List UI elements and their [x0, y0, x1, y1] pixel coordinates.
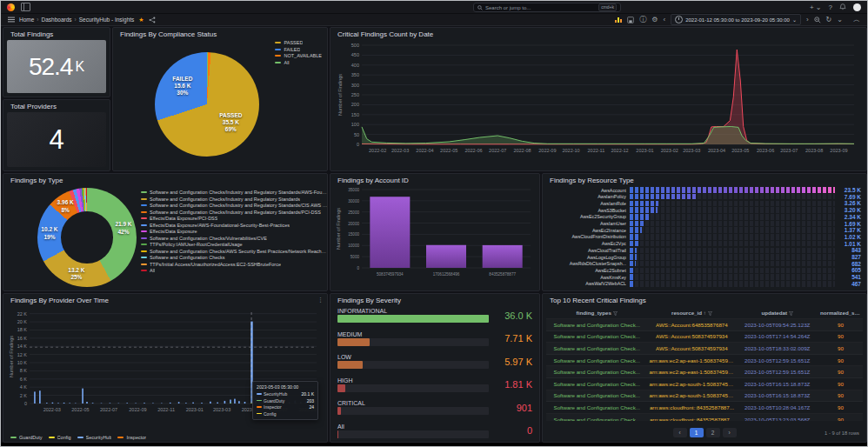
- resource-row: AwsRdsDbClusterSnapsh...682: [548, 261, 861, 267]
- collapse-topbar-icon[interactable]: ︿: [853, 16, 860, 23]
- panel-title[interactable]: Findings By Severity: [331, 294, 539, 305]
- page-prev-button[interactable]: ‹: [673, 428, 687, 437]
- svg-text:2022-12: 2022-12: [611, 148, 628, 153]
- legend-swatch: [141, 250, 147, 252]
- svg-text:2022-11: 2022-11: [157, 407, 175, 412]
- time-range-text: 2022-01-12 05:30:00 to 2023-09-20 05:30:…: [685, 17, 790, 23]
- legend-item[interactable]: PASSED: [275, 40, 322, 45]
- page-button-1[interactable]: 1: [690, 428, 704, 437]
- tooltip-series-value: 24: [309, 404, 314, 410]
- table-cell: Software and Configuration Check...: [546, 333, 647, 339]
- svg-text:16 K: 16 K: [17, 336, 28, 341]
- tooltip-swatch: [257, 393, 262, 395]
- page-next-button[interactable]: ›: [723, 428, 737, 437]
- resource-row: AwsWafV2WebACL467: [548, 281, 861, 287]
- table-cell: arn:aws:cloudfront::84352587887...: [647, 417, 736, 421]
- table-header-finding_types[interactable]: finding_types: [546, 310, 647, 316]
- panel-total-providers: Total Providers 4: [3, 99, 110, 171]
- legend-item[interactable]: Software and Configuration Checks/Indust…: [141, 190, 328, 195]
- svg-text:100: 100: [351, 122, 359, 127]
- provider-bar: [185, 403, 187, 404]
- legend-item[interactable]: TTPs/Initial Access/UnauthorizedAccess:E…: [141, 262, 328, 267]
- svg-text:Number of Findings: Number of Findings: [336, 208, 341, 250]
- legend-item[interactable]: Config: [49, 435, 71, 440]
- panel-findings-by-resource: Findings by Resource Type AwsAccount23.5…: [542, 173, 867, 291]
- svg-text:50: 50: [354, 132, 359, 137]
- refresh-interval-icon[interactable]: ⌄: [837, 16, 843, 23]
- svg-text:4 K: 4 K: [20, 384, 28, 390]
- filter-icon[interactable]: [708, 311, 712, 316]
- help-icon[interactable]: ?: [829, 3, 832, 11]
- save-icon[interactable]: [627, 17, 634, 23]
- panel-menu-icon[interactable]: ⋮: [317, 297, 324, 303]
- legend-item[interactable]: All: [141, 268, 328, 273]
- legend-item[interactable]: Software and Configuration Checks/Indust…: [141, 210, 328, 215]
- dock-icon[interactable]: [21, 3, 30, 11]
- breadcrumb-item[interactable]: Dashboards: [42, 17, 72, 23]
- breadcrumb-item[interactable]: Home: [19, 17, 34, 23]
- insights-icon[interactable]: [615, 17, 622, 23]
- info-circle-icon[interactable]: ⓘ: [639, 16, 646, 23]
- legend-item[interactable]: Inspector: [117, 435, 146, 440]
- legend-item[interactable]: Software and Configuration Checks/Vulner…: [141, 236, 328, 241]
- resource-value: 2.34 K: [838, 214, 861, 220]
- bell-icon[interactable]: [839, 3, 846, 10]
- filter-icon[interactable]: [789, 311, 793, 316]
- legend-item[interactable]: All: [275, 60, 322, 65]
- resource-fill: [630, 201, 658, 207]
- slice-label: 21.9 K42%: [115, 221, 131, 236]
- severity-fill: [337, 315, 489, 323]
- legend-item[interactable]: NOT_AVAILABLE: [275, 53, 322, 58]
- time-back-icon[interactable]: ‹: [663, 16, 665, 23]
- legend-item[interactable]: TTPs/Policy:IAMUser-RootCredentialUsage: [141, 242, 328, 247]
- legend-item[interactable]: FAILED: [275, 47, 322, 52]
- time-forward-icon[interactable]: ›: [806, 16, 809, 23]
- legend-item[interactable]: Effects/Data Exposure/PCI-DSS: [141, 216, 328, 221]
- severity-track: [337, 338, 489, 346]
- favorite-star-icon[interactable]: ★: [138, 17, 144, 23]
- legend-item[interactable]: Effects/Data Exposure/AWS-Foundational-S…: [141, 223, 328, 228]
- table-header-resource_id[interactable]: resource_id ↑: [647, 310, 736, 316]
- zoom-out-icon[interactable]: [814, 17, 821, 23]
- panel-title[interactable]: Total Providers: [3, 100, 110, 111]
- time-range-picker[interactable]: 2022-01-12 05:30:00 to 2023-09-20 05:30:…: [671, 14, 801, 25]
- legend-item[interactable]: GuardDuty: [10, 435, 43, 440]
- settings-gear-icon[interactable]: ⚙: [651, 16, 658, 23]
- share-icon[interactable]: [149, 17, 156, 23]
- resource-fill: [630, 254, 637, 260]
- clock-icon: [675, 16, 683, 23]
- panel-title[interactable]: Top 10 Recent Critical Findings: [543, 294, 866, 305]
- table-cell: 2023-10-05T12:59:15.651Z: [736, 357, 818, 364]
- page-button-2[interactable]: 2: [706, 428, 720, 437]
- add-icon[interactable]: + ⌄: [810, 3, 822, 11]
- svg-text:10 K: 10 K: [17, 360, 28, 365]
- grafana-logo-icon[interactable]: [7, 3, 15, 11]
- provider-bar: [170, 403, 171, 404]
- panel-title[interactable]: Findings by Resource Type: [543, 174, 866, 185]
- refresh-icon[interactable]: ↻: [826, 16, 832, 23]
- legend-item[interactable]: Software and Configuration Checks: [141, 255, 328, 260]
- legend-item[interactable]: Software and Configuration Checks/Indust…: [141, 203, 328, 208]
- search-input[interactable]: Search or jump to... cmd+k: [473, 3, 621, 12]
- breadcrumb-item[interactable]: SecurityHub - Insights: [79, 17, 135, 23]
- panel-title[interactable]: Findings by Account ID: [331, 174, 539, 185]
- legend-item[interactable]: Software and Configuration Checks/Indust…: [141, 197, 328, 202]
- panel-title[interactable]: Critical Findings Count by Date: [331, 28, 866, 39]
- filter-icon[interactable]: [613, 311, 618, 316]
- account-bar: [483, 245, 523, 268]
- legend-item[interactable]: Software and Configuration Checks/AWS Se…: [141, 249, 328, 254]
- legend-swatch: [141, 224, 147, 226]
- table-header-updatedat[interactable]: updatedat: [736, 310, 818, 316]
- panel-title[interactable]: Findings By Provider Over Time: [3, 294, 327, 305]
- legend-item[interactable]: SecurityHub: [77, 435, 112, 440]
- slice-label: 10.2 K19%: [41, 226, 57, 241]
- legend-label: All: [150, 268, 155, 273]
- legend-item[interactable]: Effects/Data Exposure: [141, 229, 328, 234]
- severity-label: All: [337, 424, 489, 430]
- menu-icon[interactable]: [8, 17, 15, 23]
- panel-title[interactable]: Total Findings: [3, 28, 110, 39]
- user-avatar[interactable]: [853, 3, 861, 11]
- resource-row: AwsIamUser1.69 K: [548, 221, 861, 227]
- slice-label-line: 69%: [219, 127, 242, 134]
- table-header-normalized_severity[interactable]: normalized_severity: [818, 310, 863, 316]
